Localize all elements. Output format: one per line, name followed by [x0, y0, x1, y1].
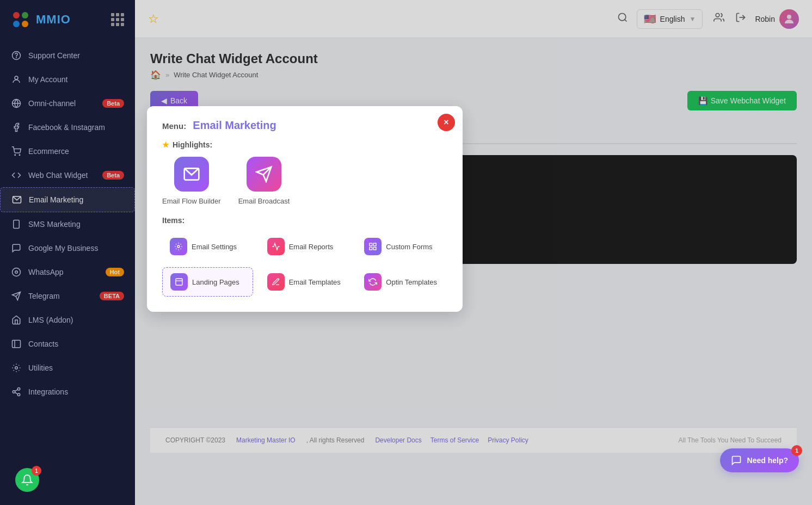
email-flow-label: Email Flow Builder: [162, 197, 221, 205]
help-button[interactable]: Need help? 1: [720, 448, 799, 472]
item-custom-forms[interactable]: Custom Forms: [356, 232, 447, 261]
highlight-email-broadcast[interactable]: Email Broadcast: [238, 157, 290, 205]
email-reports-icon: [267, 238, 285, 255]
email-reports-label: Email Reports: [289, 243, 334, 251]
notification-button[interactable]: 1: [15, 468, 39, 492]
email-settings-icon: [170, 238, 187, 255]
item-landing-pages[interactable]: Landing Pages: [162, 267, 253, 297]
svg-rect-33: [370, 243, 372, 246]
popup-menu-name: Email Marketing: [193, 119, 276, 131]
email-templates-label: Email Templates: [289, 278, 341, 286]
help-badge: 1: [791, 445, 802, 456]
email-broadcast-label: Email Broadcast: [238, 197, 290, 205]
svg-rect-36: [374, 247, 377, 250]
email-settings-label: Email Settings: [192, 243, 237, 251]
popup-items-grid: Email Settings Email Reports Custom Form…: [162, 232, 447, 297]
custom-forms-icon: [364, 238, 382, 255]
email-templates-icon: [267, 273, 285, 291]
landing-pages-label: Landing Pages: [192, 278, 239, 286]
notification-badge: 1: [32, 466, 41, 476]
svg-rect-34: [374, 243, 377, 246]
svg-point-32: [177, 245, 180, 248]
item-email-reports[interactable]: Email Reports: [260, 232, 350, 261]
email-marketing-popup: × Menu: Email Marketing ★ Highlights: Em…: [147, 106, 463, 312]
email-flow-icon: [174, 157, 209, 192]
custom-forms-label: Custom Forms: [386, 243, 432, 251]
popup-items-header: Items:: [162, 216, 447, 225]
optin-templates-icon: [364, 273, 382, 291]
email-broadcast-icon: [247, 157, 281, 192]
svg-rect-37: [176, 279, 182, 285]
highlights-star-icon: ★: [162, 140, 169, 149]
items-label: Items:: [162, 216, 184, 225]
item-optin-templates[interactable]: Optin Templates: [356, 267, 447, 297]
highlights-label: Highlights:: [173, 140, 212, 149]
item-email-templates[interactable]: Email Templates: [260, 267, 350, 297]
popup-overlay: × Menu: Email Marketing ★ Highlights: Em…: [0, 0, 812, 505]
optin-templates-label: Optin Templates: [386, 278, 437, 286]
svg-rect-35: [370, 247, 372, 250]
close-icon: ×: [444, 118, 448, 127]
item-email-settings[interactable]: Email Settings: [162, 232, 253, 261]
popup-menu-label: Menu:: [162, 121, 186, 131]
popup-title: Menu: Email Marketing: [162, 119, 447, 132]
highlight-email-flow[interactable]: Email Flow Builder: [162, 157, 221, 205]
help-label: Need help?: [747, 456, 788, 465]
popup-highlights-header: ★ Highlights:: [162, 140, 447, 149]
landing-pages-icon: [170, 273, 188, 291]
highlights-grid: Email Flow Builder Email Broadcast: [162, 157, 447, 205]
popup-close-button[interactable]: ×: [438, 114, 455, 131]
